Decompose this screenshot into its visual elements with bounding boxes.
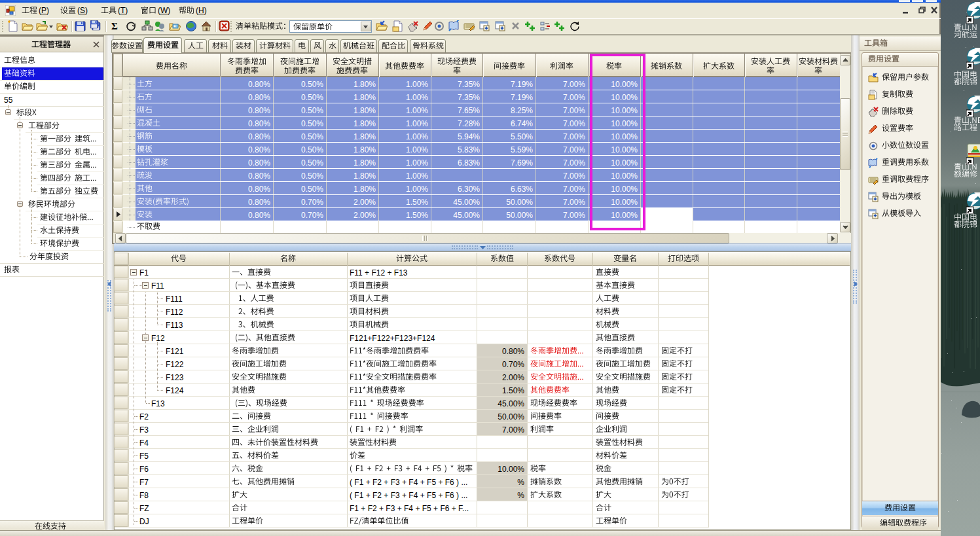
svg-text:Σ: Σ [111,21,118,31]
